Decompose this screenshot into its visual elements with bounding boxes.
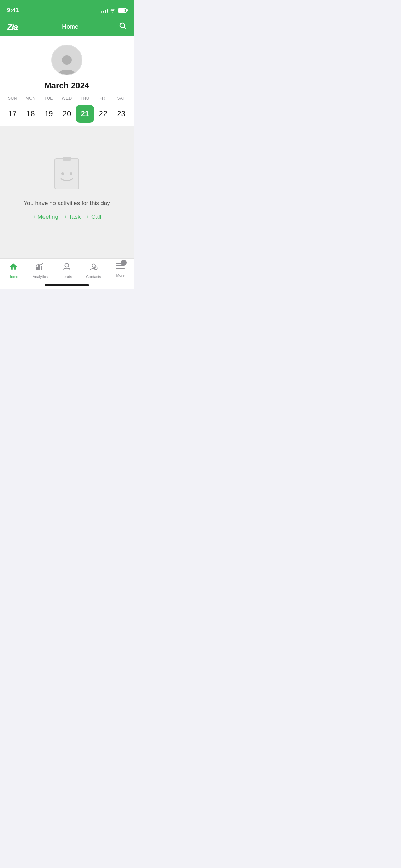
app-logo: Zia	[7, 21, 22, 32]
avatar[interactable]	[51, 45, 82, 75]
day-thu: THU	[76, 95, 94, 102]
nav-analytics-label: Analytics	[33, 275, 48, 279]
wifi-icon	[110, 8, 116, 13]
svg-point-11	[42, 263, 43, 264]
calendar-days-header: SUN MON TUE WED THU FRI SAT	[3, 95, 130, 102]
date-20[interactable]: 20	[58, 105, 76, 123]
svg-rect-10	[41, 266, 42, 270]
nav-contacts[interactable]: Contacts	[80, 262, 107, 279]
day-tue: TUE	[40, 95, 58, 102]
svg-rect-5	[63, 157, 71, 161]
header-title: Home	[62, 23, 78, 31]
add-meeting-button[interactable]: + Meeting	[33, 214, 58, 220]
day-sun: SUN	[3, 95, 22, 102]
nav-home[interactable]: Home	[0, 262, 27, 279]
svg-point-13	[92, 264, 95, 267]
calendar: SUN MON TUE WED THU FRI SAT 17 18 19 20 …	[0, 95, 134, 126]
app-header: Zia Home	[0, 17, 134, 36]
svg-rect-18	[116, 268, 125, 269]
nav-more-label: More	[116, 273, 124, 277]
date-22[interactable]: 22	[94, 105, 112, 123]
status-bar: 9:41	[0, 0, 134, 17]
avatar-section	[0, 36, 134, 81]
search-button[interactable]	[119, 22, 127, 32]
home-icon	[9, 262, 18, 273]
empty-state-message: You have no activities for this day	[24, 200, 110, 207]
date-21[interactable]: 21	[76, 105, 94, 123]
day-sat: SAT	[112, 95, 130, 102]
battery-icon	[118, 8, 127, 13]
svg-point-6	[61, 172, 64, 175]
svg-point-15	[95, 267, 96, 268]
nav-contacts-label: Contacts	[86, 275, 101, 279]
signal-icon	[101, 8, 108, 13]
home-indicator	[45, 284, 89, 286]
quick-actions: + Meeting + Task + Call	[33, 214, 101, 220]
analytics-icon	[35, 262, 45, 273]
date-19[interactable]: 19	[40, 105, 58, 123]
nav-more[interactable]: More	[107, 262, 134, 277]
more-badge	[121, 260, 127, 266]
svg-point-12	[65, 263, 69, 267]
month-title: March 2024	[0, 81, 134, 95]
leads-icon	[62, 262, 71, 273]
status-icons	[101, 8, 127, 13]
main-content: March 2024 SUN MON TUE WED THU FRI SAT 1…	[0, 36, 134, 277]
date-18[interactable]: 18	[22, 105, 40, 123]
contacts-icon	[89, 262, 98, 273]
add-call-button[interactable]: + Call	[86, 214, 101, 220]
bottom-nav: Home Analytics	[0, 258, 134, 289]
svg-point-3	[62, 55, 72, 65]
status-time: 9:41	[7, 7, 19, 14]
nav-analytics[interactable]: Analytics	[27, 262, 53, 279]
empty-state: You have no activities for this day + Me…	[0, 126, 134, 243]
bottom-nav-items: Home Analytics	[0, 259, 134, 283]
svg-text:Zia: Zia	[7, 22, 18, 32]
date-23[interactable]: 23	[112, 105, 130, 123]
day-fri: FRI	[94, 95, 112, 102]
nav-leads-label: Leads	[62, 275, 72, 279]
nav-home-label: Home	[8, 275, 18, 279]
svg-rect-9	[38, 265, 40, 270]
empty-state-icon	[50, 155, 84, 193]
day-wed: WED	[58, 95, 76, 102]
nav-leads[interactable]: Leads	[53, 262, 80, 279]
svg-point-7	[70, 172, 72, 175]
calendar-dates: 17 18 19 20 21 22 23	[3, 105, 130, 123]
svg-rect-4	[55, 159, 79, 189]
date-17[interactable]: 17	[3, 105, 22, 123]
svg-line-2	[124, 27, 126, 29]
add-task-button[interactable]: + Task	[64, 214, 81, 220]
avatar-silhouette	[57, 52, 77, 75]
day-mon: MON	[22, 95, 40, 102]
svg-rect-8	[36, 267, 38, 270]
